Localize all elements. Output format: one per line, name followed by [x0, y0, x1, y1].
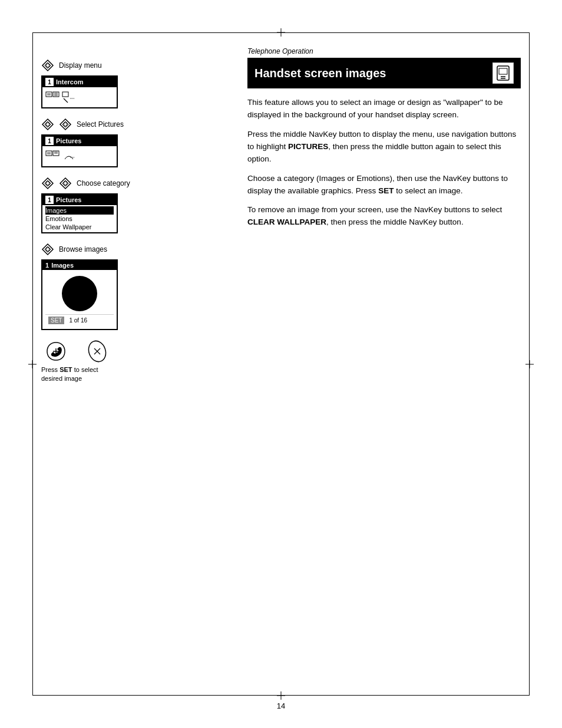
screen-header-3: 1 Pictures [42, 195, 117, 205]
nav-label-4: Browse images [59, 245, 107, 253]
page-number: 14 [277, 701, 285, 710]
right-column: Telephone Operation Handset screen image… [230, 47, 521, 687]
nav-row-4: Browse images [41, 243, 230, 256]
nav-row-3: Choose category [41, 177, 230, 190]
paragraph-4: To remove an image from your screen, use… [247, 204, 521, 229]
menu-item-emotions: Emotions [45, 215, 114, 223]
back-button-icon [44, 340, 68, 363]
screen-body-2 [42, 146, 117, 166]
svg-marker-13 [42, 119, 53, 130]
button-row [44, 340, 230, 363]
svg-rect-19 [46, 151, 52, 156]
navkey-icon-4 [41, 243, 54, 256]
navkey-icon-3b [59, 177, 72, 190]
crosshair-top [277, 28, 285, 37]
image-footer: SET 1 of 16 [45, 314, 114, 326]
screen-body-1 [42, 87, 117, 107]
section-label: Telephone Operation [247, 47, 521, 55]
phone-screen-1: 1 Intercom [41, 75, 118, 108]
title-icon [492, 62, 514, 84]
svg-marker-0 [42, 60, 53, 71]
nav-row-1: Display menu [41, 59, 230, 72]
content-area: Display menu 1 Intercom [41, 47, 521, 687]
crosshair-left [28, 360, 37, 368]
navkey-icon-2a [41, 118, 54, 131]
phone-screen-4: 1 Images SET 1 of 16 [41, 259, 118, 330]
diagram-select-pictures: Select Pictures 1 Pictures [41, 118, 230, 167]
nav-label-3: Choose category [77, 179, 130, 187]
crosshair-bottom [277, 691, 285, 700]
num-badge-4: 1 [45, 262, 49, 269]
diagram-display-menu: Display menu 1 Intercom [41, 59, 230, 108]
num-badge-3: 1 [45, 196, 54, 204]
diagram-choose-category: Choose category 1 Pictures Images Emotio… [41, 177, 230, 233]
screen-body-4: SET 1 of 16 [42, 270, 117, 329]
svg-marker-26 [42, 178, 53, 189]
icon-addr [45, 91, 59, 103]
svg-marker-29 [60, 178, 71, 189]
set-button-label: SET [48, 317, 64, 324]
svg-point-34 [46, 248, 49, 251]
image-preview [62, 276, 97, 311]
title-bar: Handset screen images [247, 58, 521, 88]
paragraph-1: This feature allows you to select an ima… [247, 97, 521, 121]
image-counter: 1 of 16 [69, 317, 87, 324]
icon-addr2 [45, 150, 59, 162]
screen-body-3: Images Emotions Clear Wallpaper [42, 205, 117, 232]
svg-rect-3 [46, 92, 52, 97]
svg-point-2 [46, 64, 49, 67]
caption: Press SET to selectdesired image [41, 365, 230, 384]
left-column: Display menu 1 Intercom [41, 47, 230, 687]
svg-point-31 [64, 182, 67, 185]
navkey-icon-2b [59, 118, 72, 131]
nav-label-2: Select Pictures [77, 120, 124, 129]
page-title: Handset screen images [254, 67, 386, 80]
svg-line-11 [64, 98, 68, 103]
svg-point-15 [46, 123, 49, 126]
svg-rect-39 [499, 68, 507, 74]
svg-point-18 [64, 123, 67, 126]
screen-header-1: 1 Intercom [42, 77, 117, 87]
forward-button-icon [85, 340, 109, 363]
paragraph-2: Press the middle NavKey button to displa… [247, 129, 521, 166]
screen-header-2: 1 Pictures [42, 136, 117, 146]
crosshair-right [525, 360, 534, 368]
menu-item-clear-wallpaper: Clear Wallpaper [45, 223, 114, 231]
svg-rect-10 [62, 92, 68, 97]
nav-row-2: Select Pictures [41, 118, 230, 131]
icon-phone2 [62, 150, 76, 162]
phone-screen-3: 1 Pictures Images Emotions Clear Wallpap… [41, 193, 118, 233]
paragraph-3: Choose a category (Images or Emotions), … [247, 173, 521, 197]
icon-phone [62, 91, 76, 103]
diagram-browse-images: Browse images 1 Images SET 1 of 16 [41, 243, 230, 330]
phone-screen-2: 1 Pictures [41, 134, 118, 167]
screen-header-4: 1 Images [42, 261, 117, 270]
nav-label-1: Display menu [59, 61, 102, 70]
svg-marker-32 [42, 244, 53, 255]
handset-icon [495, 65, 511, 81]
menu-item-images: Images [45, 206, 114, 215]
num-badge-2: 1 [45, 137, 54, 145]
svg-marker-16 [60, 119, 71, 130]
num-badge-1: 1 [45, 78, 54, 86]
navkey-icon-1 [41, 59, 54, 72]
navkey-icon-3a [41, 177, 54, 190]
svg-point-28 [46, 182, 49, 185]
